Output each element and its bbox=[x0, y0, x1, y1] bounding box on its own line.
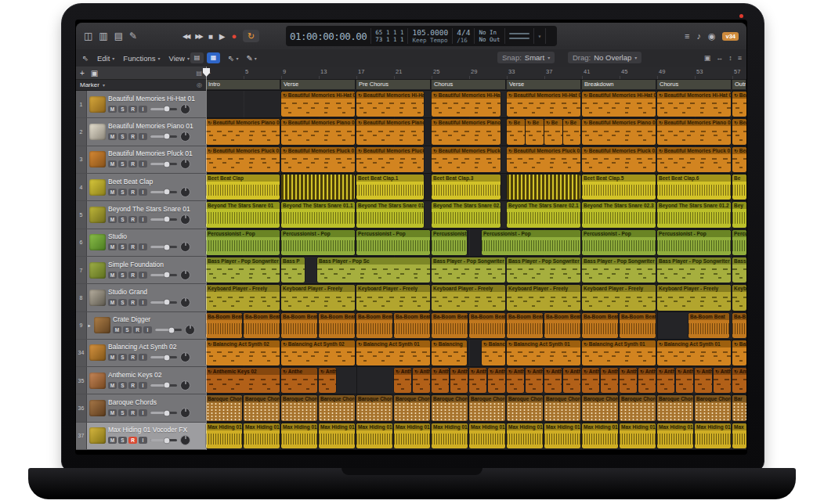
region[interactable]: Keyboard Player - Freely bbox=[582, 285, 656, 310]
region[interactable]: Be bbox=[732, 175, 746, 200]
region[interactable]: Max Hiding 01 V bbox=[319, 423, 355, 448]
region[interactable]: Beet Beat Clap bbox=[206, 175, 280, 200]
track-header[interactable]: 34Balancing Act Synth 02MSRI bbox=[76, 340, 206, 367]
pan-knob[interactable] bbox=[180, 159, 190, 169]
region[interactable]: Bass Player - Pop Songwriter bbox=[582, 257, 656, 283]
region[interactable]: ↻ Beautiful Memories Piano 01.2 bbox=[582, 119, 656, 144]
region[interactable]: Keyboard Player - Freely bbox=[657, 285, 731, 310]
region[interactable]: Baroque Chords bbox=[244, 395, 280, 420]
track-lane[interactable]: ↻ Beautiful Memories Piano 01↻ Beautiful… bbox=[206, 118, 746, 146]
solo-button[interactable]: S bbox=[118, 133, 127, 140]
region[interactable] bbox=[281, 175, 355, 200]
region[interactable]: ↻ Anthe bbox=[732, 368, 746, 393]
region[interactable]: ↻ Anthe bbox=[601, 368, 618, 393]
region[interactable]: ↻ Balancing Act bbox=[482, 340, 505, 365]
region[interactable]: Beyond The Stars Snare 01.1 bbox=[281, 202, 355, 227]
track-name[interactable]: Studio bbox=[108, 232, 204, 240]
region[interactable]: Max Hiding 01 V bbox=[244, 423, 280, 448]
region[interactable]: ↻ Anthemic Keys 02 bbox=[206, 368, 280, 393]
region[interactable]: ↻ Beautiful Memories Hi-Hat 0 bbox=[356, 92, 424, 117]
region[interactable]: Max bbox=[732, 423, 746, 448]
track-header[interactable]: 9▸Crate DiggerMSRI bbox=[76, 312, 206, 340]
region[interactable]: Bey bbox=[732, 202, 746, 227]
region[interactable]: ↻ Anthe bbox=[582, 368, 599, 393]
region[interactable]: ↻ Beautiful Memories Hi-Hat 02.2 bbox=[507, 92, 580, 117]
volume-slider[interactable] bbox=[150, 412, 177, 414]
region[interactable]: ↻ Anthe bbox=[620, 368, 637, 393]
region[interactable]: Bass Player - Pop Songwriter bbox=[657, 257, 731, 283]
solo-button[interactable]: S bbox=[118, 299, 127, 306]
pencil-tool-icon[interactable]: ✎ bbox=[129, 31, 137, 41]
record-button[interactable]: ● bbox=[231, 31, 237, 41]
region[interactable]: Baroque Chords bbox=[695, 395, 731, 420]
workspace-icon[interactable]: ◫ bbox=[84, 31, 92, 41]
region[interactable]: Max Hiding 01 V bbox=[582, 423, 618, 448]
add-track-button[interactable]: + bbox=[80, 69, 85, 77]
track-lane[interactable]: Max Hiding 01 VMax Hiding 01 VMax Hiding… bbox=[206, 423, 746, 450]
mute-button[interactable]: M bbox=[108, 216, 117, 223]
region[interactable]: Ba-Boom Beat bbox=[582, 313, 618, 338]
track-icon[interactable] bbox=[89, 290, 106, 306]
region[interactable]: ↻ Anthe bbox=[714, 368, 731, 393]
input-monitor-button[interactable]: I bbox=[139, 382, 147, 389]
input-monitor-button[interactable]: I bbox=[143, 326, 152, 333]
region[interactable]: Percussionist - Pop bbox=[582, 230, 656, 255]
region[interactable]: Keyboard Player - Freely bbox=[281, 285, 355, 310]
region[interactable]: Ba-B bbox=[732, 313, 746, 338]
record-enable-button[interactable]: R bbox=[128, 272, 137, 279]
mute-button[interactable]: M bbox=[108, 437, 117, 444]
track-icon[interactable] bbox=[89, 179, 106, 196]
region[interactable]: ↻ Anthe bbox=[488, 368, 505, 393]
mixer-icon[interactable]: ▥ bbox=[99, 31, 107, 41]
volume-slider[interactable] bbox=[150, 108, 177, 110]
track-lane[interactable]: Ba-Boom BeatBa-Boom BeatBa-Boom BeatBa-B… bbox=[206, 312, 746, 340]
solo-button[interactable]: S bbox=[123, 326, 132, 333]
track-name[interactable]: Beyond The Stars Snare 01 bbox=[108, 205, 204, 213]
mute-button[interactable]: M bbox=[108, 243, 117, 250]
region[interactable]: Ba-Boom Beat bbox=[206, 313, 242, 338]
functions-menu[interactable]: Functions▾ bbox=[123, 54, 160, 63]
drag-dropdown[interactable]: Drag: No Overlap ▾ bbox=[568, 52, 641, 63]
track-icon[interactable] bbox=[94, 317, 110, 333]
region[interactable]: ↻ Anthe bbox=[450, 368, 468, 393]
record-enable-button[interactable]: R bbox=[128, 243, 137, 250]
region[interactable]: ↻ Anthe bbox=[507, 368, 524, 393]
track-icon[interactable] bbox=[89, 373, 106, 389]
mute-button[interactable]: M bbox=[108, 382, 117, 389]
track-lane[interactable]: ↻ Beautiful Memories Hi-Hat 01.1↻ Beauti… bbox=[206, 91, 746, 118]
track-lane[interactable]: ↻ Anthemic Keys 02↻ Anthe↻ Anthe↻ Anthe↻… bbox=[206, 367, 746, 394]
track-disclosure-icon[interactable]: ▸ bbox=[87, 322, 92, 328]
track-icon[interactable] bbox=[89, 400, 106, 416]
pointer-icon[interactable]: ⇖ bbox=[82, 54, 89, 63]
track-lane[interactable]: Beyond The Stars Snare 01Beyond The Star… bbox=[206, 201, 746, 229]
marker-options-icon[interactable]: ◎ bbox=[197, 81, 202, 88]
region[interactable]: ↻ Balancing Act Synth 01 bbox=[507, 340, 580, 365]
region[interactable]: ↻ Beau bbox=[732, 119, 746, 144]
region[interactable]: ↻ Balancing Act Synth 02 bbox=[281, 340, 355, 365]
region[interactable]: ↻ Anthe bbox=[657, 368, 674, 393]
region[interactable]: Max Hiding 01 V bbox=[356, 423, 392, 448]
arrangement-marker[interactable]: Intro bbox=[206, 80, 280, 89]
view-menu[interactable]: View▾ bbox=[169, 54, 190, 63]
region[interactable]: Bass P bbox=[281, 257, 305, 283]
input-monitor-button[interactable]: I bbox=[139, 437, 147, 444]
track-name[interactable]: Beautiful Memories Hi-Hat 01 bbox=[108, 95, 204, 103]
region[interactable]: ↻ Beautiful Memories Piano 02 bbox=[356, 119, 424, 144]
track-icon[interactable] bbox=[89, 344, 106, 361]
region[interactable]: ↻ Beautiful Memories Hi-Hat 02.1 bbox=[432, 92, 501, 117]
command-click-tool-menu[interactable]: ✎▾ bbox=[246, 54, 256, 63]
region[interactable]: ↻ Beautiful Memories Pluck 01.1 bbox=[281, 147, 355, 172]
region[interactable]: Keyboard Player - Freely bbox=[507, 285, 580, 310]
track-name[interactable]: Beautiful Memories Pluck 01 bbox=[108, 149, 204, 157]
track-icon[interactable] bbox=[89, 124, 106, 140]
region[interactable]: Ba-Boom Beat bbox=[244, 313, 280, 338]
track-name[interactable]: Crate Digger bbox=[113, 315, 204, 323]
region[interactable]: Baroque Chords bbox=[394, 395, 430, 420]
catch-playhead-button[interactable]: ▤ bbox=[190, 52, 204, 63]
solo-button[interactable]: S bbox=[118, 216, 127, 223]
bar-ruler[interactable]: 159131721252933374145495357 bbox=[206, 67, 746, 80]
region[interactable]: Beyond The Stars Snare 02.1 bbox=[507, 202, 580, 227]
region[interactable]: ↻ Balancing Act Synth 01 bbox=[356, 340, 430, 365]
region[interactable]: Keyb bbox=[732, 285, 746, 310]
track-header[interactable]: 37Max Hiding 01 Vocoder FXMSRI bbox=[76, 423, 206, 450]
